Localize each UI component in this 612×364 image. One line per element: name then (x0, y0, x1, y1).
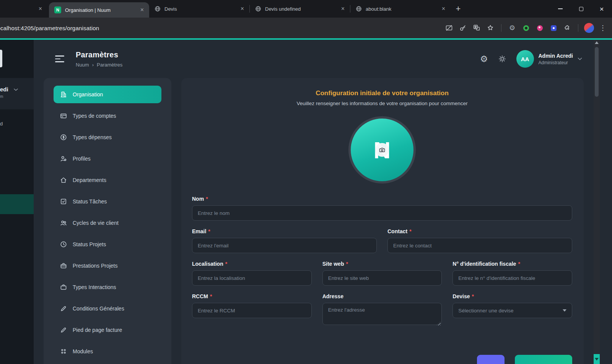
breadcrumb-root[interactable]: Nuum (76, 62, 89, 68)
user-role: Administrateur (539, 60, 573, 65)
secondary-button[interactable] (477, 355, 505, 364)
tab-devis[interactable]: Devis × (149, 0, 249, 18)
sidebar-item-cycles-de-vie-client[interactable]: Cycles de vie client (54, 214, 161, 232)
field-email: Email* (192, 228, 377, 253)
extensions-puzzle-icon[interactable] (562, 23, 573, 33)
field-label: Nom* (192, 196, 572, 202)
scrollbar-thumb[interactable] (595, 47, 599, 97)
check-square-icon (60, 198, 67, 205)
extension-navy-icon[interactable] (548, 23, 559, 33)
sidebar-item-status-taches[interactable]: Status Tâches (54, 193, 161, 210)
sidebar-item-label: Types dépenses (73, 134, 112, 140)
close-window-button[interactable]: × (591, 0, 612, 18)
sidebar-item-types-depenses[interactable]: Types dépenses (54, 128, 161, 146)
nif-input[interactable] (452, 270, 572, 286)
site-web-input[interactable] (322, 270, 442, 286)
close-tab-icon[interactable]: × (37, 5, 44, 13)
adresse-textarea[interactable] (322, 303, 442, 325)
bookmark-star-icon[interactable] (485, 23, 496, 33)
extension-pink-icon[interactable] (534, 23, 545, 33)
window-controls: × (550, 0, 612, 18)
sidebar-item-departements[interactable]: Departements (54, 171, 161, 189)
browser-menu-kebab-icon[interactable]: ⋮ (597, 23, 608, 33)
sidebar-item-pied-de-page-facture[interactable]: Pied de page facture (54, 321, 161, 339)
contact-input[interactable] (387, 238, 572, 253)
close-tab-icon[interactable]: × (239, 5, 246, 13)
sidebar-item-types-interactions[interactable]: Types Interactions (54, 278, 161, 296)
field-label: RCCM* (192, 293, 312, 299)
scroll-down-button[interactable] (594, 354, 600, 364)
user-avatar: AA (516, 50, 534, 68)
background-active-item (0, 194, 34, 214)
close-tab-icon[interactable]: × (139, 6, 145, 14)
sidebar-item-types-de-comptes[interactable]: Types de comptes (54, 107, 161, 125)
tab-title: Organisation | Nuum (65, 7, 135, 13)
clock-icon (60, 240, 67, 248)
close-icon: × (599, 5, 604, 13)
page-scrollbar[interactable] (594, 40, 600, 364)
settings-sidebar: Organisation Types de comptes Types dépe… (44, 78, 171, 364)
sidebar-item-status-projets[interactable]: Status Projets (54, 236, 161, 253)
tab-about-blank[interactable]: about:blank × (350, 0, 451, 18)
nuum-favicon-icon: N (54, 6, 61, 13)
toolbar-separator (501, 24, 501, 32)
minimize-button[interactable] (550, 0, 571, 18)
field-label: Site web* (322, 261, 442, 267)
users-icon (60, 219, 67, 227)
extension-green-icon[interactable] (521, 23, 531, 33)
translate-icon[interactable] (471, 23, 482, 33)
background-window-card (0, 78, 34, 109)
cast-blocked-icon[interactable] (444, 23, 454, 33)
sidebar-item-label: Status Projets (73, 241, 106, 247)
tab-partial[interactable]: × (0, 0, 49, 18)
dollar-circle-icon (60, 133, 67, 141)
rccm-input[interactable] (192, 303, 312, 318)
background-window[interactable]: edi m d (0, 40, 34, 364)
grid-dots-icon (60, 348, 67, 355)
user-info: Admin Acredi Administrateur (539, 53, 573, 65)
field-nom: Nom* (192, 196, 572, 221)
field-label: Email* (192, 228, 377, 234)
tab-title: about:blank (366, 6, 436, 12)
form-fields: Nom* Email* Contact* (192, 196, 572, 327)
user-menu[interactable]: AA Admin Acredi Administrateur (516, 50, 583, 68)
sidebar-item-label: Departements (73, 177, 106, 183)
save-button[interactable] (515, 355, 572, 364)
extension-gear-icon[interactable]: ⚙ (507, 23, 518, 33)
close-tab-icon[interactable]: × (440, 5, 447, 13)
key-icon[interactable] (457, 23, 468, 33)
tab-organisation[interactable]: N Organisation | Nuum × (49, 2, 149, 18)
sidebar-item-conditions-generales[interactable]: Conditions Générales (54, 300, 161, 317)
organisation-form-card: Configuration initiale de votre organisa… (181, 78, 584, 364)
email-input[interactable] (192, 238, 377, 253)
settings-gear-icon[interactable]: ⚙ (480, 55, 488, 63)
required-marker: * (210, 293, 212, 299)
background-sub-fragment: m (0, 94, 3, 99)
url-text[interactable]: localhost:4205/parametres/organisation (0, 25, 99, 31)
org-logo-upload[interactable]: N (348, 116, 416, 184)
tab-devis-undefined[interactable]: Devis undefined × (250, 0, 350, 18)
new-tab-button[interactable]: + (451, 0, 466, 18)
devise-select[interactable]: Sélectionner une devise (452, 303, 572, 318)
localisation-input[interactable] (192, 270, 312, 286)
sidebar-item-profiles[interactable]: Profiles (54, 150, 161, 167)
sidebar-item-label: Cycles de vie client (73, 220, 119, 226)
chevron-down-icon (563, 309, 566, 312)
sidebar-toggle-button[interactable] (55, 55, 64, 62)
required-marker: * (208, 228, 210, 234)
maximize-button[interactable] (571, 0, 591, 18)
briefcase-icon (60, 283, 67, 291)
sidebar-item-prestations-projets[interactable]: Prestations Projets (54, 257, 161, 275)
user-name: Admin Acredi (539, 53, 573, 59)
scroll-up-icon[interactable] (595, 41, 599, 44)
profile-avatar[interactable] (584, 23, 594, 33)
globe-icon (155, 6, 161, 12)
camera-upload-icon[interactable] (375, 143, 389, 157)
background-window-tag (0, 50, 2, 67)
theme-sun-icon[interactable] (498, 55, 506, 63)
globe-icon (356, 6, 362, 12)
sidebar-item-organisation[interactable]: Organisation (54, 86, 161, 103)
sidebar-item-modules[interactable]: Modules (54, 343, 161, 360)
close-tab-icon[interactable]: × (340, 5, 346, 13)
nom-input[interactable] (192, 205, 572, 221)
